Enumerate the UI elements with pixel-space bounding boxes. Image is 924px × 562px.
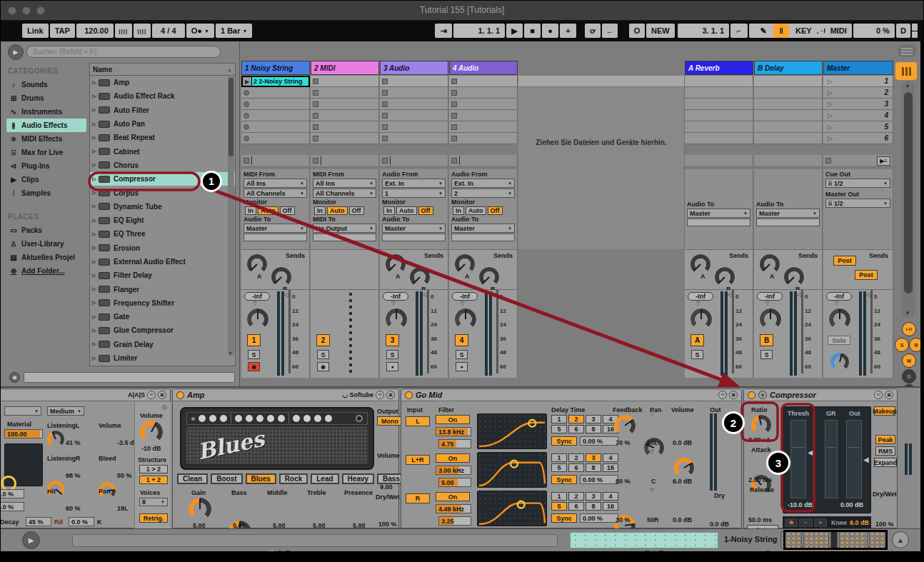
corpus-structure-sum-button[interactable]: 1 + 2 [139, 476, 168, 484]
scene-slot[interactable]: ▷6 [823, 133, 893, 144]
device-power-button[interactable] [748, 391, 755, 399]
fd-freq-field[interactable]: 3.00 kHz [436, 466, 471, 475]
clip-slot[interactable] [380, 133, 448, 144]
clip-slot[interactable] [380, 99, 448, 110]
fd-delay-1[interactable]: 1 [551, 415, 567, 423]
output-selector[interactable]: Master [687, 209, 750, 218]
stop-button[interactable]: ■ [524, 24, 541, 38]
sidebar-item-add-folder[interactable]: ⊕Add Folder... [6, 264, 86, 278]
monitor-off-button[interactable]: Off [349, 206, 364, 215]
fd-delay-2[interactable]: 2 [568, 415, 584, 423]
fd-delay-1[interactable]: 1 [551, 492, 567, 501]
track-activator[interactable]: 2 [316, 334, 330, 346]
overdub-d-button[interactable]: D [896, 24, 910, 38]
sends-section-toggle[interactable]: S [895, 338, 909, 352]
midi-map-button[interactable]: MIDI [825, 24, 852, 38]
follow-button[interactable]: ⇥ [435, 24, 452, 38]
input-type-selector[interactable]: All Ins [243, 179, 307, 188]
scene-slot[interactable]: ▷4 [823, 110, 893, 121]
amp-mode-rock[interactable]: Rock [279, 473, 308, 484]
master-out-selector[interactable]: ii1/2 [825, 199, 890, 208]
clip-slot[interactable] [449, 99, 518, 110]
fd-delay-16[interactable]: 16 [603, 502, 618, 511]
send-a-knob[interactable] [455, 254, 475, 274]
track-header[interactable]: B Delay [754, 61, 823, 75]
clip-slot[interactable] [449, 133, 518, 144]
list-item-flanger[interactable]: ▷Flanger [90, 282, 235, 296]
output-channel-field[interactable] [687, 219, 750, 226]
solo-button[interactable]: S [248, 350, 260, 359]
input-type-selector[interactable]: Ext. In [451, 179, 515, 188]
compressor-ratio-knob[interactable] [751, 415, 771, 435]
monitor-in-button[interactable]: In [245, 206, 256, 215]
corpus-material-field[interactable]: 100.00 [4, 429, 43, 438]
scroll-up-icon[interactable]: ▲ [905, 82, 910, 89]
corpus-voices-selector[interactable]: 8 [139, 498, 168, 506]
amp-mode-boost[interactable]: Boost [211, 473, 242, 484]
sort-arrow-icon[interactable]: ▲ [227, 67, 232, 72]
corpus-structure-12-button[interactable]: 1 > 2 [139, 465, 168, 473]
output-channel-field[interactable] [313, 234, 376, 241]
arm-button[interactable]: ◉ [317, 362, 329, 371]
corpus-out-volume-knob[interactable] [140, 421, 163, 443]
scrollbar-thumb[interactable] [904, 92, 913, 293]
monitor-off-button[interactable]: Off [280, 206, 295, 215]
clip-slot[interactable] [241, 133, 310, 144]
follow-playback-button[interactable]: ‖ [773, 24, 789, 38]
pan-marker-icon[interactable]: ▽ [765, 301, 769, 306]
transfer-curve-toggle[interactable]: ⌐ [799, 518, 812, 527]
scene-slot[interactable]: ▷5 [823, 121, 893, 133]
fd-offset-field[interactable]: 0.00 % [580, 436, 618, 446]
output-selector[interactable]: Master [382, 224, 446, 233]
fd-filter-display[interactable] [477, 452, 547, 488]
output-selector[interactable]: No Output [313, 224, 376, 233]
fd-delay-16[interactable]: 16 [603, 463, 618, 472]
list-item-chorus[interactable]: ▷Chorus [90, 159, 235, 172]
sidebar-item-drums[interactable]: ⊞Drums [6, 91, 86, 105]
amp-mode-heavy[interactable]: Heavy [342, 473, 374, 484]
solo-button[interactable]: Solo [828, 336, 850, 345]
output-channel-field[interactable] [382, 234, 446, 241]
output-channel-field[interactable] [451, 234, 515, 241]
save-preset-icon[interactable]: ▣ [158, 391, 166, 399]
clip-slot[interactable] [380, 110, 448, 121]
track-header[interactable]: A Reverb [685, 61, 753, 75]
clip-stop-slot[interactable] [449, 155, 518, 167]
fd-delay-4[interactable]: 4 [603, 492, 618, 501]
browser-collapse-button[interactable]: ▶ [8, 44, 24, 60]
overdub-button[interactable]: + [560, 24, 576, 38]
fd-input-l-button[interactable]: L [406, 416, 430, 426]
pan-marker-icon[interactable]: ▽ [253, 301, 256, 306]
pan-marker-icon[interactable]: ▽ [391, 301, 395, 306]
fd-delay-8[interactable]: 8 [586, 463, 601, 472]
fd-res-field[interactable]: 4.75 [438, 439, 471, 448]
clip-slot[interactable] [241, 87, 310, 99]
fd-delay-8[interactable]: 8 [586, 502, 601, 511]
save-preset-icon[interactable]: ▣ [386, 391, 395, 399]
fd-delay-8[interactable]: 8 [586, 425, 601, 433]
list-item-auto-filter[interactable]: ▷Auto Filter [90, 104, 235, 117]
send-b-knob[interactable] [410, 267, 430, 287]
track-header[interactable]: 4 Audio [449, 61, 518, 75]
volume-knob[interactable] [760, 308, 781, 330]
info-icon[interactable]: ◉ [9, 372, 20, 383]
amp-mode-blues[interactable]: Blues [246, 473, 276, 484]
sidebar-item-packs[interactable]: ▭Packs [6, 224, 86, 237]
clip-stop-slot[interactable] [311, 155, 379, 167]
list-item-limiter[interactable]: ▷Limiter [90, 351, 235, 365]
clip-play-icon[interactable]: ▶ [243, 77, 252, 86]
clip-overview-strip[interactable] [570, 532, 718, 548]
fd-delay-3[interactable]: 3 [586, 453, 601, 462]
preview-play-button[interactable]: ▶ [22, 531, 40, 549]
amp-mode-clean[interactable]: Clean [177, 473, 208, 484]
list-item-amp[interactable]: ▷Amp [90, 76, 235, 89]
solo-button[interactable]: S [691, 350, 703, 359]
list-item-external-audio-effect[interactable]: ▷External Audio Effect [90, 255, 235, 269]
output-marker-icon[interactable]: ◀ [863, 456, 869, 463]
fd-delay-3[interactable]: 3 [586, 492, 601, 501]
send-b-knob[interactable] [271, 267, 291, 287]
input-channel-selector[interactable]: All Channels [313, 189, 376, 198]
clip-slot[interactable] [311, 76, 379, 87]
tempo-field[interactable]: 120.00 [76, 24, 114, 38]
device-power-button[interactable] [176, 391, 184, 399]
